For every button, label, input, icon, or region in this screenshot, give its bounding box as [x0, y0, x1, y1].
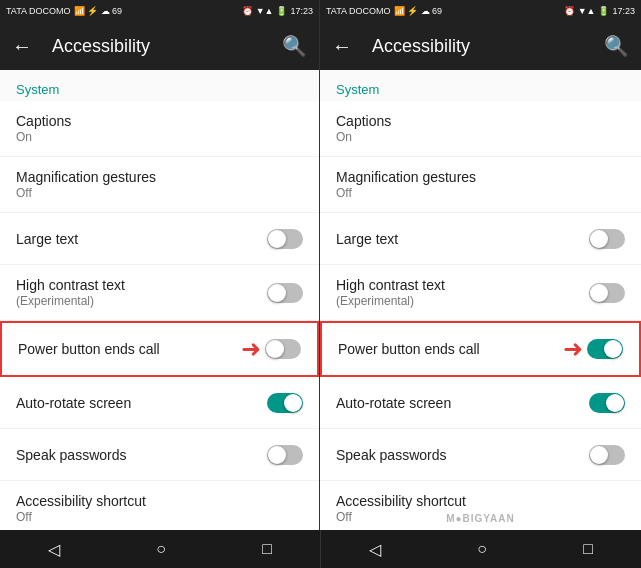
time-left: 17:23 [290, 6, 313, 16]
watermark: M●BIGYAAN [446, 513, 515, 524]
item-speak-passwords-right[interactable]: Speak passwords [320, 429, 641, 481]
item-captions-right[interactable]: Captions On [320, 101, 641, 157]
item-auto-rotate-right[interactable]: Auto-rotate screen [320, 377, 641, 429]
section-header-right: System [320, 70, 641, 101]
status-bar-right: TATA DOCOMO 📶 ⚡ ☁ 69 ⏰ ▼▲ 🔋 17:23 [320, 0, 641, 22]
back-nav-right[interactable]: ◁ [369, 540, 381, 559]
item-magnification-right[interactable]: Magnification gestures Off [320, 157, 641, 213]
item-power-button-right[interactable]: Power button ends call ➜ [320, 321, 641, 377]
search-icon-left[interactable]: 🔍 [278, 30, 311, 62]
red-arrow-right: ➜ [563, 335, 583, 363]
global-nav-bar: ◁ ○ □ ◁ ○ □ [0, 530, 641, 568]
item-accessibility-shortcut-left[interactable]: Accessibility shortcut Off [0, 481, 319, 530]
item-large-text-left[interactable]: Large text [0, 213, 319, 265]
power-button-label-right: Power button ends call [338, 341, 563, 357]
settings-list-left: System Captions On Magnification gesture… [0, 70, 319, 530]
nav-panel-right: ◁ ○ □ [321, 530, 641, 568]
item-magnification-left[interactable]: Magnification gestures Off [0, 157, 319, 213]
status-bar-left: TATA DOCOMO 📶 ⚡ ☁ 69 ⏰ ▼▲ 🔋 17:23 [0, 0, 319, 22]
home-nav-right[interactable]: ○ [477, 540, 487, 558]
clock-icon-right: ⏰ [564, 6, 575, 16]
search-icon-right[interactable]: 🔍 [600, 30, 633, 62]
battery-icon-left: 🔋 [276, 6, 287, 16]
toggle-auto-rotate-right[interactable] [589, 393, 625, 413]
page-title-left: Accessibility [52, 36, 278, 57]
right-screen: TATA DOCOMO 📶 ⚡ ☁ 69 ⏰ ▼▲ 🔋 17:23 ← Acce… [320, 0, 641, 530]
carrier-right: TATA DOCOMO [326, 6, 391, 16]
toggle-high-contrast-left[interactable] [267, 283, 303, 303]
signal-icons-right: 📶 ⚡ ☁ 69 [394, 6, 443, 16]
item-high-contrast-left[interactable]: High contrast text (Experimental) [0, 265, 319, 321]
toggle-speak-passwords-left[interactable] [267, 445, 303, 465]
item-captions-left[interactable]: Captions On [0, 101, 319, 157]
left-screen: TATA DOCOMO 📶 ⚡ ☁ 69 ⏰ ▼▲ 🔋 17:23 ← Acce… [0, 0, 320, 530]
item-large-text-right[interactable]: Large text [320, 213, 641, 265]
wifi-icon-right: ▼▲ [578, 6, 596, 16]
wifi-icon-left: ▼▲ [256, 6, 274, 16]
toggle-power-button-left[interactable] [265, 339, 301, 359]
back-button-right[interactable]: ← [328, 31, 356, 62]
power-button-label-left: Power button ends call [18, 341, 241, 357]
nav-panel-left: ◁ ○ □ [0, 530, 321, 568]
recent-nav-right[interactable]: □ [583, 540, 593, 558]
recent-nav-left[interactable]: □ [262, 540, 272, 558]
time-right: 17:23 [612, 6, 635, 16]
toggle-large-text-left[interactable] [267, 229, 303, 249]
toggle-speak-passwords-right[interactable] [589, 445, 625, 465]
signal-icons-left: 📶 ⚡ ☁ 69 [74, 6, 123, 16]
home-nav-left[interactable]: ○ [156, 540, 166, 558]
app-bar-left: ← Accessibility 🔍 [0, 22, 319, 70]
section-header-left: System [0, 70, 319, 101]
clock-icon-left: ⏰ [242, 6, 253, 16]
carrier-left: TATA DOCOMO [6, 6, 71, 16]
item-speak-passwords-left[interactable]: Speak passwords [0, 429, 319, 481]
item-high-contrast-right[interactable]: High contrast text (Experimental) [320, 265, 641, 321]
back-nav-left[interactable]: ◁ [48, 540, 60, 559]
page-title-right: Accessibility [372, 36, 600, 57]
settings-list-right: System Captions On Magnification gesture… [320, 70, 641, 530]
toggle-auto-rotate-left[interactable] [267, 393, 303, 413]
back-button-left[interactable]: ← [8, 31, 36, 62]
battery-icon-right: 🔋 [598, 6, 609, 16]
red-arrow-left: ➜ [241, 335, 261, 363]
toggle-high-contrast-right[interactable] [589, 283, 625, 303]
item-power-button-left[interactable]: Power button ends call ➜ [0, 321, 319, 377]
toggle-power-button-right[interactable] [587, 339, 623, 359]
item-auto-rotate-left[interactable]: Auto-rotate screen [0, 377, 319, 429]
app-bar-right: ← Accessibility 🔍 [320, 22, 641, 70]
screens-container: TATA DOCOMO 📶 ⚡ ☁ 69 ⏰ ▼▲ 🔋 17:23 ← Acce… [0, 0, 641, 530]
toggle-large-text-right[interactable] [589, 229, 625, 249]
